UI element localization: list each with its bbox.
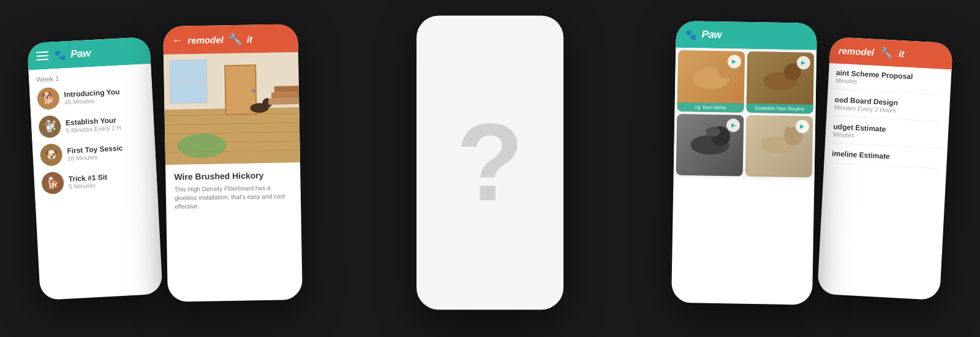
- video-thumb-2[interactable]: ▶ Establish Your Routine: [746, 51, 814, 114]
- paw-app-name-right: Paw: [701, 29, 722, 42]
- remodel-article-desc: This High Density Fiberboard has a gluel…: [175, 183, 293, 211]
- remodel-list-item-4[interactable]: imeline Estimate: [831, 149, 940, 168]
- back-icon[interactable]: ←: [172, 34, 183, 47]
- video-label-1: ng Your Home: [677, 102, 744, 113]
- remodel-list-item-2[interactable]: ood Board Design Minutes Every 2 Hours: [834, 96, 943, 122]
- remodel-list-item-3[interactable]: udget Estimate Minutes: [832, 122, 941, 148]
- phone-center: ?: [417, 15, 564, 309]
- list-item[interactable]: 🐕 Introducing You 45 Minutes: [37, 83, 146, 110]
- list-item[interactable]: 🐩 Establish Your 5 Minutes Every 2 H: [38, 111, 147, 138]
- remodel-it-far-right: it: [899, 48, 905, 59]
- list-text: Trick #1 Sit 5 Minutes: [68, 170, 149, 190]
- remodel-tool-icon: 🔧: [880, 47, 893, 59]
- main-scene: 🐾 Paw Week 1 🐕 Introducing You 45 Minute…: [0, 0, 980, 337]
- list-text: First Toy Sessic 10 Minutes: [67, 142, 148, 162]
- remodel-article-title: Wire Brushed Hickory: [174, 170, 292, 181]
- phone-mid-right: 🐾 Paw ▶ ng Your Home ▶: [671, 21, 817, 305]
- svg-rect-15: [271, 92, 299, 99]
- phone-mid-left: ← remodel 🔧 it: [163, 24, 303, 302]
- room-illustration: [164, 52, 300, 165]
- remodel-item-title-4: imeline Estimate: [832, 149, 940, 163]
- svg-rect-14: [268, 98, 299, 105]
- question-mark-symbol: ?: [456, 107, 524, 218]
- remodel-text-area: Wire Brushed Hickory This High Density F…: [165, 162, 301, 219]
- avatar: 🐶: [40, 143, 63, 167]
- list-item[interactable]: 🐶 First Toy Sessic 10 Minutes: [40, 138, 149, 166]
- paw-logo-icon-right: 🐾: [684, 29, 696, 40]
- remodel-list-item-1[interactable]: aint Scheme Proposal Minutes: [835, 69, 944, 95]
- video-thumb-1[interactable]: ▶ ng Your Home: [677, 50, 745, 113]
- list-text: Establish Your 5 Minutes Every 2 H: [66, 114, 147, 134]
- svg-rect-1: [164, 107, 300, 165]
- remodel-app-name-far-right: remodel: [839, 45, 875, 58]
- paw-logo-icon: 🐾: [53, 49, 66, 61]
- remodel-app-name: remodel: [187, 34, 224, 45]
- avatar: 🐩: [38, 115, 61, 138]
- svg-rect-16: [274, 86, 299, 93]
- remodel-article-image: [164, 52, 300, 165]
- video-thumb-3[interactable]: ▶: [676, 114, 744, 176]
- paw-video-grid: ▶ ng Your Home ▶ Establish Your Routine: [674, 48, 817, 180]
- paw-header-mid-right: 🐾 Paw: [676, 21, 817, 50]
- paw-app-name: Paw: [70, 47, 91, 61]
- divider-icon: 🔧: [228, 32, 242, 46]
- video-grid: ▶ ng Your Home ▶ Establish Your Routine: [676, 50, 815, 178]
- avatar: 🐕: [37, 87, 60, 110]
- video-label-2: Establish Your Routine: [746, 104, 813, 114]
- video-thumb-4[interactable]: ▶: [745, 115, 813, 178]
- paw-content-far-left: Week 1 🐕 Introducing You 45 Minutes 🐩 Es…: [28, 64, 157, 207]
- hamburger-icon[interactable]: [36, 51, 49, 61]
- remodel-header-left: ← remodel 🔧 it: [163, 24, 298, 55]
- phone-far-right: remodel 🔧 it aint Scheme Proposal Minute…: [817, 37, 953, 300]
- remodel-list: aint Scheme Proposal Minutes ood Board D…: [823, 63, 951, 180]
- phone-far-left: 🐾 Paw Week 1 🐕 Introducing You 45 Minute…: [27, 37, 163, 300]
- remodel-app-name-it: it: [247, 34, 252, 44]
- list-item[interactable]: 🐕 Trick #1 Sit 5 Minutes: [41, 167, 150, 194]
- week-label: Week 1: [36, 70, 144, 83]
- list-text: Introducing You 45 Minutes: [64, 86, 145, 105]
- avatar: 🐕: [41, 172, 64, 195]
